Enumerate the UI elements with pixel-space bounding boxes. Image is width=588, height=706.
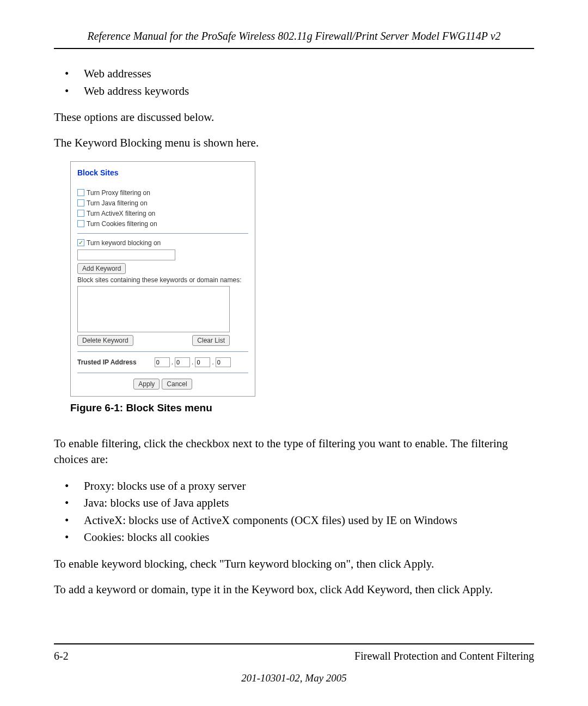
intro-bullet-list: Web addresses Web address keywords (73, 65, 534, 100)
cookies-filtering-checkbox[interactable] (77, 220, 84, 227)
list-item: Java: blocks use of Java applets (73, 495, 534, 512)
body-paragraph: To enable filtering, click the checkbox … (54, 436, 534, 468)
ip-octet-3[interactable] (195, 357, 210, 367)
delete-keyword-button[interactable]: Delete Keyword (77, 335, 133, 346)
filtering-choices-list: Proxy: blocks use of a proxy server Java… (73, 478, 534, 546)
list-item: Web addresses (73, 65, 534, 83)
checkbox-label: Turn Proxy filtering on (87, 189, 150, 197)
page-number: 6-2 (54, 650, 69, 662)
ip-dot: . (192, 358, 193, 366)
section-name: Firewall Protection and Content Filterin… (354, 650, 534, 662)
page-header-title: Reference Manual for the ProSafe Wireles… (54, 30, 534, 42)
figure-caption: Figure 6-1: Block Sites menu (70, 402, 534, 414)
java-filtering-checkbox[interactable] (77, 199, 84, 206)
body-paragraph: To enable keyword blocking, check "Turn … (54, 556, 534, 572)
ip-dot: . (212, 358, 213, 366)
checkbox-label: Turn ActiveX filtering on (87, 210, 155, 217)
section-divider (77, 373, 248, 373)
block-sites-label: Block sites containing these keywords or… (77, 276, 248, 284)
keyword-blocking-checkbox[interactable] (77, 239, 84, 246)
body-paragraph: These options are discussed below. (54, 109, 534, 125)
list-item: Proxy: blocks use of a proxy server (73, 478, 534, 495)
keyword-listbox[interactable] (77, 286, 230, 332)
header-rule (54, 48, 534, 49)
proxy-filtering-checkbox[interactable] (77, 189, 84, 196)
ip-octet-2[interactable] (175, 357, 190, 367)
footer-rule (54, 643, 534, 644)
apply-button[interactable]: Apply (133, 379, 160, 389)
checkbox-label: Turn keyword blocking on (87, 239, 161, 247)
cancel-button[interactable]: Cancel (162, 379, 192, 389)
activex-filtering-checkbox[interactable] (77, 210, 84, 217)
body-paragraph: The Keyword Blocking menu is shown here. (54, 135, 534, 151)
list-item: Web address keywords (73, 83, 534, 100)
section-divider (77, 351, 248, 352)
block-sites-screenshot: Block Sites Turn Proxy filtering on Turn… (70, 161, 255, 397)
checkbox-label: Turn Java filtering on (87, 199, 148, 207)
keyword-input[interactable] (77, 249, 175, 260)
clear-list-button[interactable]: Clear List (192, 335, 230, 346)
section-divider (77, 233, 248, 234)
page-footer: 6-2 Firewall Protection and Content Filt… (54, 643, 534, 684)
add-keyword-button[interactable]: Add Keyword (77, 263, 126, 274)
ip-octet-1[interactable] (155, 357, 170, 367)
list-item: Cookies: blocks all cookies (73, 529, 534, 546)
list-item: ActiveX: blocks use of ActiveX component… (73, 512, 534, 530)
trusted-ip-label: Trusted IP Address (77, 358, 137, 366)
checkbox-label: Turn Cookies filtering on (87, 220, 157, 228)
footer-date: 201-10301-02, May 2005 (54, 672, 534, 684)
ip-dot: . (171, 358, 173, 366)
ip-octet-4[interactable] (216, 357, 231, 367)
screenshot-title: Block Sites (77, 168, 248, 177)
body-paragraph: To add a keyword or domain, type it in t… (54, 582, 534, 598)
